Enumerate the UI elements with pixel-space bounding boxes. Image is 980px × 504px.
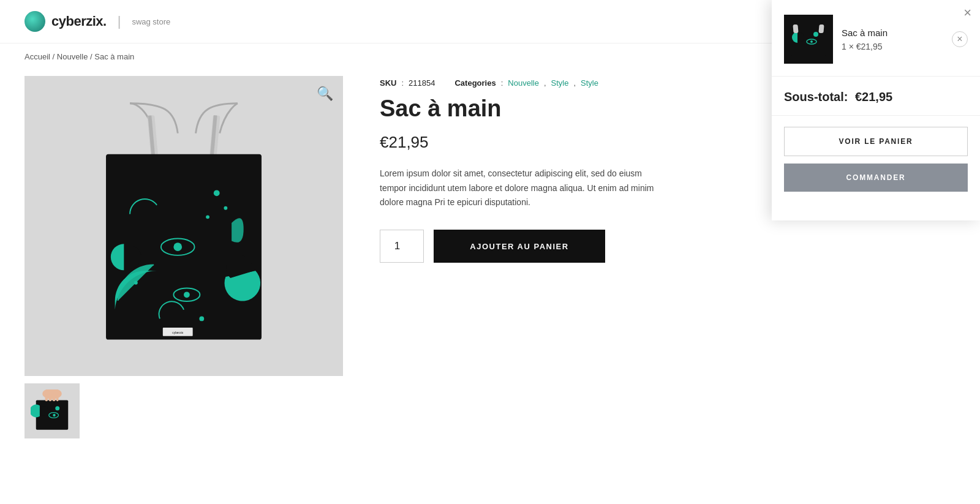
category-style-1[interactable]: Style (551, 78, 569, 88)
product-title: Sac à main (380, 96, 686, 122)
breadcrumb-sep1: / (53, 52, 57, 61)
sku-label: SKU (380, 78, 396, 88)
product-images: 🔍 (24, 76, 343, 438)
product-main-image: cyberzix (80, 97, 288, 355)
svg-point-10 (224, 206, 227, 210)
svg-point-9 (214, 190, 220, 196)
product-details: SKU : 211854 Categories : Nouvelle, Styl… (380, 76, 686, 438)
cart-item-remove-button[interactable]: × (952, 31, 968, 47)
add-to-cart-row: AJOUTER AU PANIER (380, 230, 686, 263)
product-price: €21,95 (380, 133, 686, 152)
svg-point-8 (173, 243, 182, 251)
cart-panel: × Sac à main 1 × €21,95 × Sous-total: €2… (772, 0, 980, 220)
svg-point-15 (134, 281, 138, 285)
cat-sep: : (501, 78, 503, 88)
zoom-icon[interactable]: 🔍 (317, 86, 333, 102)
voir-panier-button[interactable]: VOIR LE PANIER (784, 127, 968, 156)
svg-rect-18 (36, 401, 69, 430)
svg-rect-24 (49, 393, 51, 401)
main-image: 🔍 (24, 76, 343, 376)
breadcrumb-nouvelle[interactable]: Nouvelle (57, 52, 88, 61)
sku-sep: : (401, 78, 404, 88)
cart-item-image (784, 15, 833, 64)
product-meta: SKU : 211854 Categories : Nouvelle, Styl… (380, 78, 686, 88)
cart-subtotal: Sous-total: €21,95 (772, 77, 980, 116)
svg-rect-23 (45, 394, 48, 401)
main-content: 🔍 (0, 70, 710, 463)
logo-circle-icon (24, 11, 45, 32)
add-to-cart-button[interactable]: AJOUTER AU PANIER (434, 230, 605, 263)
commander-button[interactable]: COMMANDER (784, 164, 968, 192)
cart-item-info: Sac à main 1 × €21,95 (842, 28, 943, 51)
thumbnail-strip (24, 383, 343, 438)
cart-actions: VOIR LE PANIER COMMANDER (772, 116, 980, 203)
svg-rect-34 (818, 24, 824, 34)
thumbnail-1[interactable] (24, 383, 80, 438)
category-nouvelle[interactable]: Nouvelle (508, 78, 539, 88)
breadcrumb-current: Sac à main (94, 52, 134, 61)
subtotal-label: Sous-total: €21,95 (784, 90, 892, 103)
cart-item-row: Sac à main 1 × €21,95 × (772, 0, 980, 77)
logo-divider: | (118, 13, 121, 29)
svg-rect-26 (56, 395, 59, 402)
product-description: Lorem ipsum dolor sit amet, consectetur … (380, 167, 662, 210)
cart-close-button[interactable]: × (963, 6, 971, 20)
logo-text: cyberzix. (51, 13, 107, 29)
svg-point-32 (810, 40, 813, 43)
svg-rect-33 (793, 24, 798, 34)
svg-rect-25 (53, 393, 55, 401)
svg-rect-6 (106, 154, 262, 340)
breadcrumb-home[interactable]: Accueil (24, 52, 50, 61)
svg-point-14 (199, 316, 204, 321)
cart-item-qty-price: 1 × €21,95 (842, 42, 943, 51)
logo-area: cyberzix. | swag store (24, 11, 170, 32)
svg-point-19 (55, 406, 59, 410)
svg-point-30 (813, 32, 818, 37)
svg-point-11 (206, 215, 209, 219)
categories-label: Categories (454, 78, 496, 88)
sku-value: 211854 (409, 78, 435, 88)
category-style-2[interactable]: Style (581, 78, 598, 88)
svg-point-21 (53, 414, 55, 416)
quantity-input[interactable] (380, 230, 424, 263)
cart-item-name: Sac à main (842, 28, 943, 38)
svg-point-13 (184, 291, 190, 298)
svg-text:cyberzix: cyberzix (172, 331, 183, 334)
swag-store-label: swag store (132, 17, 170, 26)
